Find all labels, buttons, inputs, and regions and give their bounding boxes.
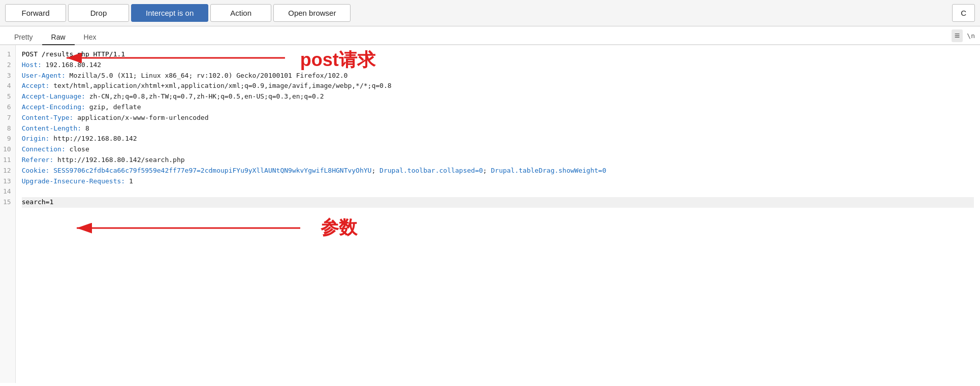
open-browser-button[interactable]: Open browser (273, 4, 351, 22)
code-line-6: Accept-Encoding: gzip, deflate (22, 102, 974, 113)
tab-hex[interactable]: Hex (75, 30, 106, 45)
code-line-3: User-Agent: Mozilla/5.0 (X11; Linux x86_… (22, 71, 974, 81)
params-annotation-text: 参数 (321, 213, 357, 242)
code-line-1: POST /results.php HTTP/1.1 (22, 49, 974, 60)
c-button[interactable]: C (952, 4, 975, 22)
list-icon[interactable]: ≡ (952, 29, 963, 42)
code-line-4: Accept: text/html,application/xhtml+xml,… (22, 81, 974, 91)
toolbar: Forward Drop Intercept is on Action Open… (0, 0, 980, 26)
content-area: 12345 678910 1112131415 POST /results.ph… (0, 45, 980, 383)
code-line-9: Origin: http://192.168.80.142 (22, 134, 974, 144)
forward-button[interactable]: Forward (5, 4, 66, 22)
tabs-row: Pretty Raw Hex ≡ \n (0, 26, 980, 45)
code-line-8: Content-Length: 8 (22, 123, 974, 134)
nl-indicator: \n (967, 32, 975, 40)
code-line-15: search=1 (22, 197, 974, 208)
code-line-2: Host: 192.168.80.142 (22, 60, 974, 71)
code-line-14 (22, 186, 974, 197)
code-line-7: Content-Type: application/x-www-form-url… (22, 113, 974, 123)
params-arrow-svg (16, 217, 371, 247)
intercept-button[interactable]: Intercept is on (131, 4, 208, 22)
code-line-10: Connection: close (22, 144, 974, 155)
code-line-13: Upgrade-Insecure-Requests: 1 (22, 176, 974, 187)
tab-raw[interactable]: Raw (42, 30, 75, 45)
action-button[interactable]: Action (210, 4, 271, 22)
drop-button[interactable]: Drop (68, 4, 129, 22)
code-line-5: Accept-Language: zh-CN,zh;q=0.8,zh-TW;q=… (22, 91, 974, 102)
line-numbers: 12345 678910 1112131415 (0, 45, 16, 383)
code-line-11: Referer: http://192.168.80.142/search.ph… (22, 155, 974, 166)
tab-pretty[interactable]: Pretty (5, 30, 42, 45)
code-content[interactable]: POST /results.php HTTP/1.1 Host: 192.168… (16, 45, 980, 383)
code-line-12: Cookie: SESS9706c2fdb4ca66c79f5959e42ff7… (22, 166, 974, 176)
